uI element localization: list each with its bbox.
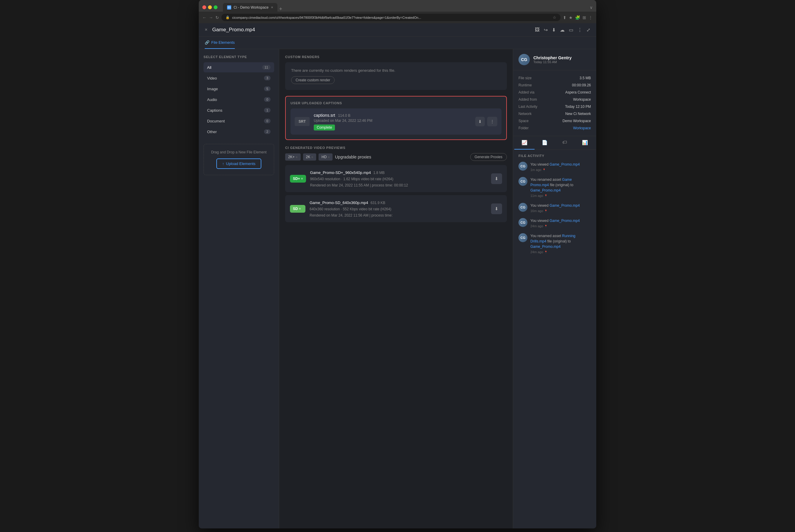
element-count-document: 0 (264, 118, 270, 123)
activity-link-5b[interactable]: Game_Promo.mp4 (530, 245, 561, 249)
element-item-video[interactable]: Video 3 (204, 73, 274, 83)
activity-text-4: You viewed Game_Promo.mp4 (530, 218, 580, 223)
tab-file-elements[interactable]: 🔗 File Elements (205, 37, 235, 49)
sdplus-dots-icon: ≡ (301, 177, 303, 180)
activity-section: FILE ACTIVITY CG You viewed Game_Promo.m… (513, 150, 596, 263)
create-render-btn[interactable]: Create custom render (291, 76, 335, 84)
rp-tabs: 📈 📄 🏷 📊 (513, 136, 596, 150)
proxy-size-sdplus: 1.8 MB (373, 170, 385, 175)
browser-titlebar: Ci Ci - Demo Workspace × + ∨ (199, 0, 596, 12)
tab-file-elements-label: File Elements (211, 40, 235, 45)
rp-tab-document[interactable]: 📄 (534, 136, 555, 150)
element-item-document[interactable]: Document 0 (204, 116, 274, 126)
sidebar-toggle-icon[interactable]: ⊞ (583, 15, 586, 20)
meta-key-lastactivity: Last Activity (518, 104, 537, 109)
element-label-document: Document (207, 119, 225, 123)
activity-time-2: 11m ago 📍 (530, 194, 591, 197)
refresh-btn[interactable]: ↻ (215, 15, 219, 20)
element-item-other[interactable]: Other 2 (204, 127, 274, 137)
more-icon[interactable]: ⋮ (588, 15, 593, 20)
activity-body-2: You renamed asset Game Promo.mp4 file (o… (530, 177, 591, 197)
cloud-icon[interactable]: ☁ (560, 27, 565, 33)
forward-btn[interactable]: → (209, 15, 213, 20)
location-dot-2: 📍 (544, 194, 547, 197)
location-dot-4: 📍 (544, 225, 547, 228)
proxy-2kplus-dots: ≡ (296, 155, 298, 159)
tab-close-btn[interactable]: × (271, 5, 273, 10)
rp-tab-tags[interactable]: 🏷 (555, 136, 575, 150)
time-1m: 1m ago (530, 168, 542, 172)
generate-proxies-btn[interactable]: Generate Proxies (470, 153, 507, 161)
download-icon[interactable]: ⬇ (552, 27, 556, 33)
element-item-all[interactable]: All 11 (204, 62, 274, 72)
element-item-image[interactable]: Image 5 (204, 84, 274, 94)
star-icon[interactable]: ★ (569, 15, 573, 20)
meta-key-addedvia: Added via (518, 90, 534, 94)
activity-time-3: 16m ago 📍 (530, 209, 580, 213)
activity-link-5a[interactable]: Running Drills.mp4 (530, 234, 575, 243)
rp-tab-activity[interactable]: 📈 (514, 136, 534, 150)
meta-row-runtime: Runtime 00:00:09.26 (518, 82, 591, 89)
expand-icon[interactable]: ⤢ (586, 27, 590, 33)
proxy-meta2-sd: Rendered on Mar 24, 2022 11:56 AM | proc… (309, 213, 487, 218)
rp-tab-stats[interactable]: 📊 (575, 136, 595, 150)
activity-text-5: You renamed asset Running Drills.mp4 fil… (530, 233, 591, 249)
srt-badge: SRT (295, 117, 309, 126)
traffic-light-red[interactable] (202, 5, 206, 9)
meta-key-runtime: Runtime (518, 83, 532, 87)
activity-item-3: CG You viewed Game_Promo.mp4 16m ago 📍 (518, 203, 591, 213)
element-count-video: 3 (264, 76, 270, 80)
caption-uploaded: Uploaded on Mar 24, 2022 12:46 PM (314, 118, 471, 123)
caption-download-btn[interactable]: ⬇ (475, 117, 485, 126)
element-sidebar: SELECT ELEMENT TYPE All 11 Video 3 Image (199, 49, 279, 528)
element-label-captions: Captions (207, 108, 222, 113)
more-options-icon[interactable]: ⋮ (578, 27, 582, 33)
activity-text-2: You renamed asset Game Promo.mp4 file (o… (530, 177, 591, 193)
share-icon[interactable]: ↪ (544, 27, 548, 33)
meta-val-folder[interactable]: Workspace (573, 126, 591, 130)
activity-time-5: 24m ago 📍 (530, 250, 591, 254)
element-item-captions[interactable]: Captions 1 (204, 105, 274, 115)
browser-tab[interactable]: Ci Ci - Demo Workspace × (223, 3, 278, 12)
main-panel: × Game_Promo.mp4 🖼 ↪ ⬇ ☁ ▭ ⋮ ⤢ 🔗 File El… (199, 23, 596, 528)
box-icon[interactable]: ▭ (569, 27, 573, 33)
time-24m: 24m ago (530, 224, 543, 228)
caption-more-btn[interactable]: ⋮ (487, 117, 497, 126)
proxy-badge-2k: 2K ≡ (303, 153, 317, 160)
location-dot-3: 📍 (544, 210, 547, 212)
activity-link-4[interactable]: Game_Promo.mp4 (549, 218, 580, 223)
close-file-btn[interactable]: × (205, 27, 207, 33)
avatar: CG (518, 54, 530, 65)
new-tab-btn[interactable]: + (279, 6, 283, 12)
element-item-audio[interactable]: Audio 0 (204, 94, 274, 104)
share-icon[interactable]: ⬆ (563, 15, 566, 20)
meta-key-addedfrom: Added from (518, 97, 537, 101)
activity-link-2a[interactable]: Game Promo.mp4 (530, 177, 572, 187)
time-24m-2: 24m ago (530, 250, 543, 254)
activity-link-3[interactable]: Game_Promo.mp4 (549, 204, 580, 208)
proxy-quality-sd: SD ≡ (290, 205, 305, 213)
custom-renders-box: There are currently no custom renders ge… (285, 62, 507, 90)
address-box[interactable]: 🔒 cicompany.cimediacloud.com/ci/#/worksp… (221, 14, 561, 21)
activity-link-1[interactable]: Game_Promo.mp4 (549, 162, 580, 167)
meta-val-network: New Ci Network (565, 112, 591, 116)
tab-menu-btn[interactable]: ∨ (590, 5, 593, 10)
extensions-icon[interactable]: 🧩 (575, 15, 580, 20)
meta-key-space: Space (518, 119, 529, 123)
back-btn[interactable]: ← (202, 15, 207, 20)
proxy-2k-dots: ≡ (311, 155, 313, 159)
rp-timestamp: Today 11:55 AM (533, 60, 571, 64)
topbar: × Game_Promo.mp4 🖼 ↪ ⬇ ☁ ▭ ⋮ ⤢ (199, 23, 596, 37)
element-count-image: 5 (264, 87, 270, 91)
browser-frame: Ci Ci - Demo Workspace × + ∨ ← → ↻ 🔒 cic… (199, 0, 596, 528)
traffic-light-yellow[interactable] (208, 5, 212, 9)
preview-icon[interactable]: 🖼 (535, 27, 540, 33)
address-text: cicompany.cimediacloud.com/ci/#/workspac… (232, 16, 550, 19)
activity-link-2b[interactable]: Game_Promo.mp4 (530, 188, 561, 192)
tabs-bar: Ci Ci - Demo Workspace × + (223, 3, 587, 12)
download-sd-btn[interactable]: ⬇ (491, 204, 502, 214)
upload-elements-btn[interactable]: ↑ Upload Elements (216, 158, 262, 169)
app-container: × Game_Promo.mp4 🖼 ↪ ⬇ ☁ ▭ ⋮ ⤢ 🔗 File El… (199, 23, 596, 528)
download-sdplus-btn[interactable]: ⬇ (491, 173, 502, 184)
traffic-light-green[interactable] (214, 5, 217, 9)
